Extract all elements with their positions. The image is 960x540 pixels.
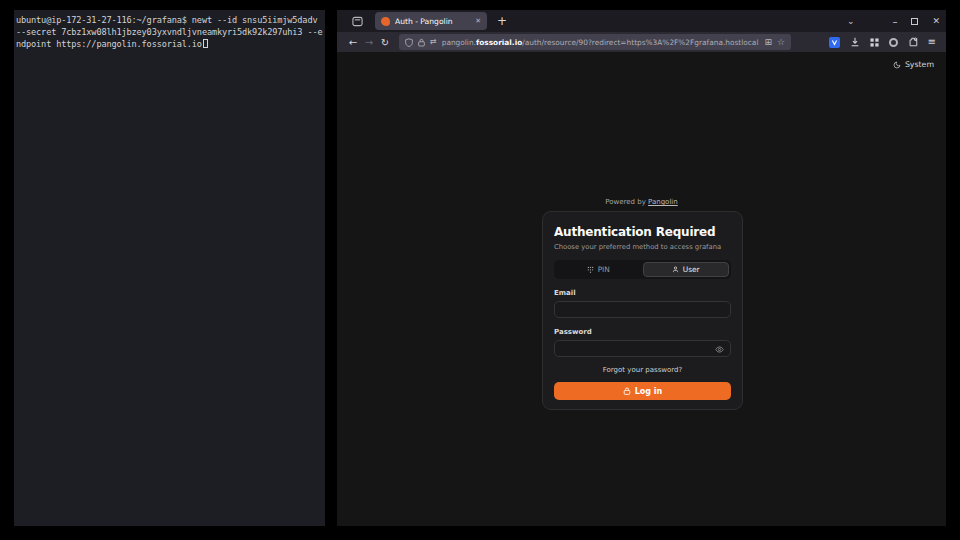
- terminal-line: ubuntu@ip-172-31-27-116:~/grafana$ newt …: [16, 14, 323, 26]
- circle-extension-icon[interactable]: [889, 38, 898, 47]
- login-button-label: Log in: [635, 387, 663, 396]
- card-title: Authentication Required: [554, 225, 731, 239]
- extensions-puzzle-icon[interactable]: [908, 37, 918, 47]
- tab-title: Auth - Pangolin: [395, 17, 470, 26]
- apps-grid-icon[interactable]: [870, 38, 879, 47]
- downloads-icon[interactable]: [850, 37, 860, 47]
- theme-toggle-label: System: [905, 60, 934, 69]
- tracking-protection-shield-icon[interactable]: [405, 38, 413, 47]
- forgot-password-link[interactable]: Forgot your password?: [554, 366, 731, 374]
- page-content: System Powered by Pangolin Authenticatio…: [337, 52, 946, 526]
- auth-method-tabs: PIN User: [554, 260, 731, 279]
- tab-close-icon[interactable]: ✕: [475, 17, 481, 25]
- new-tab-button[interactable]: +: [497, 15, 507, 27]
- containers-grid-icon[interactable]: ⊞: [764, 38, 772, 47]
- terminal-cursor: [203, 39, 208, 48]
- show-password-eye-icon[interactable]: [715, 345, 724, 354]
- browser-window: Auth - Pangolin ✕ + ⌄ – ✕ ← → ↻ ⇄ pangol…: [337, 10, 946, 526]
- login-button[interactable]: Log in: [554, 382, 731, 400]
- url-bar[interactable]: ⇄ pangolin.fossorial.io/auth/resource/90…: [399, 34, 791, 50]
- email-field[interactable]: [554, 301, 731, 318]
- keypad-icon: [587, 266, 594, 273]
- tab-auth-pangolin[interactable]: Auth - Pangolin ✕: [375, 12, 487, 30]
- pangolin-favicon-icon: [381, 17, 390, 26]
- minimize-button[interactable]: –: [892, 16, 897, 27]
- bookmark-star-icon[interactable]: ☆: [777, 38, 785, 47]
- powered-by: Powered by Pangolin: [337, 198, 946, 206]
- terminal-line: ndpoint https://pangolin.fossorial.io: [16, 38, 323, 50]
- tab-pin[interactable]: PIN: [556, 262, 641, 277]
- tab-pin-label: PIN: [598, 265, 610, 274]
- lock-icon: [623, 387, 631, 395]
- firefox-view-icon[interactable]: [349, 13, 365, 29]
- terminal-line: --secret 7cbz1xw08lh1jbzey03yxvndljvneam…: [16, 26, 323, 38]
- pangolin-link[interactable]: Pangolin: [648, 198, 678, 206]
- password-manager-extension-icon[interactable]: [829, 37, 840, 48]
- menu-hamburger-icon[interactable]: ≡: [928, 37, 936, 47]
- list-all-tabs-icon[interactable]: ⌄: [847, 16, 855, 26]
- tab-user[interactable]: User: [643, 262, 730, 277]
- card-subtitle: Choose your preferred method to access g…: [554, 243, 731, 251]
- terminal-window[interactable]: ubuntu@ip-172-31-27-116:~/grafana$ newt …: [14, 10, 325, 526]
- moon-icon: [893, 61, 901, 69]
- forward-button[interactable]: →: [361, 37, 377, 48]
- permissions-icon[interactable]: ⇄: [430, 38, 437, 46]
- tab-bar: Auth - Pangolin ✕ + ⌄ – ✕: [337, 10, 946, 32]
- auth-card: Authentication Required Choose your pref…: [542, 211, 743, 410]
- maximize-button[interactable]: [911, 18, 918, 25]
- url-text: pangolin.fossorial.io/auth/resource/90?r…: [442, 38, 760, 47]
- email-label: Email: [554, 289, 731, 297]
- password-field[interactable]: [554, 340, 731, 357]
- reload-button[interactable]: ↻: [377, 37, 393, 48]
- theme-toggle[interactable]: System: [893, 60, 934, 69]
- lock-icon[interactable]: [418, 38, 425, 47]
- browser-toolbar: ← → ↻ ⇄ pangolin.fossorial.io/auth/resou…: [337, 32, 946, 52]
- tab-user-label: User: [683, 265, 700, 274]
- back-button[interactable]: ←: [345, 37, 361, 48]
- close-window-button[interactable]: ✕: [932, 16, 940, 26]
- user-icon: [672, 266, 679, 273]
- password-label: Password: [554, 328, 731, 336]
